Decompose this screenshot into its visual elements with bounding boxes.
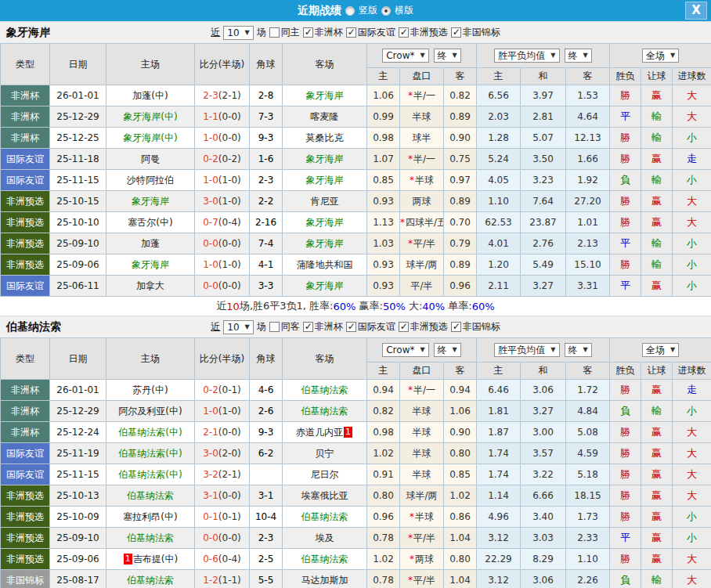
col-score: 比分(半场): [195, 338, 250, 380]
halftime-score: (0-4): [218, 554, 241, 565]
odds-home: 1.06: [367, 85, 400, 106]
league-filter-friendly[interactable]: 国际友谊: [346, 320, 395, 334]
score: 0-1(0-1): [195, 507, 250, 528]
asterisk-marker: *: [410, 175, 414, 186]
odds-home: 0.99: [367, 106, 400, 128]
away-team: 伯基纳法索: [283, 401, 367, 422]
mean-draw-odds: 8.29: [521, 549, 566, 570]
result-winloss: 勝: [610, 485, 641, 507]
home-team: 象牙海岸: [106, 191, 195, 212]
subcol-odds-away: 客: [444, 68, 477, 85]
odds-away: 0.96: [444, 276, 477, 297]
halftime-score: (0-0): [218, 427, 241, 438]
mean-draw-odds: 2.76: [521, 233, 566, 254]
league-filter-qualifier[interactable]: 非洲预选: [399, 320, 448, 334]
mean-home-odds: 1.74: [477, 443, 521, 464]
home-team: 塞舌尔(中): [106, 212, 195, 233]
match-date: 25-10-09: [50, 507, 106, 528]
odds-away: 0.90: [444, 422, 477, 443]
match-type-badge: 非洲预选: [1, 191, 50, 212]
result-goals: 大: [673, 570, 711, 588]
close-button[interactable]: X: [685, 2, 707, 20]
match-type-badge: 非国锦标: [1, 570, 50, 588]
fulltime-score: 0-0: [203, 280, 218, 291]
match-type-badge: 非洲预选: [1, 233, 50, 254]
odds-away: 0.80: [444, 549, 477, 570]
result-winloss: 勝: [610, 422, 641, 443]
mean-odds-select[interactable]: 胜平负均值▼: [494, 343, 559, 357]
mean-stage-select[interactable]: 终▼: [565, 343, 592, 357]
result-goals: 大: [673, 464, 711, 485]
result-handicap: 輸: [641, 106, 673, 128]
mean-odds-select[interactable]: 胜平负均值▼: [494, 49, 559, 63]
result-winloss: 勝: [610, 254, 641, 276]
home-team: 加蓬(中): [106, 85, 195, 106]
handicap: *平/半: [400, 528, 444, 549]
score: 0-0(0-0): [195, 233, 250, 254]
subcol-mean-away: 客: [566, 363, 610, 380]
result-winloss: 平: [610, 528, 641, 549]
near-link[interactable]: 近: [211, 26, 220, 39]
result-handicap: 赢: [641, 380, 673, 401]
away-team: 伯基纳法索: [283, 507, 367, 528]
league-filter-africa-cup[interactable]: 非洲杯: [303, 320, 343, 334]
league-filter-championship[interactable]: 非国锦标: [451, 320, 500, 334]
bookmaker-select[interactable]: Crow*▼: [382, 49, 428, 63]
corner-count: 2-3: [250, 528, 283, 549]
score: 0-0(0-0): [195, 276, 250, 297]
mean-away-odds: 1.73: [566, 507, 610, 528]
result-winloss: 平: [610, 233, 641, 254]
odds-home: 0.93: [367, 254, 400, 276]
odds-away: 1.04: [444, 528, 477, 549]
league-filter-qualifier[interactable]: 非洲预选: [399, 26, 448, 39]
horizontal-layout-radio[interactable]: [381, 6, 391, 16]
mean-home-odds: 5.24: [477, 149, 521, 170]
handicap: 球半/两: [400, 485, 444, 507]
team-name: 象牙海岸: [6, 26, 50, 40]
mean-away-odds: 1.01: [566, 212, 610, 233]
result-goals: 小: [673, 276, 711, 297]
odds-stage-select[interactable]: 终▼: [434, 343, 461, 357]
match-count-select[interactable]: 10▼: [223, 26, 253, 40]
result-handicap: 赢: [641, 464, 673, 485]
home-team: 1吉布提(中): [106, 549, 195, 570]
section-header-burkina-faso: 伯基纳法索 近 10▼ 场 同客 非洲杯 国际友谊 非洲预选 非国锦标: [0, 316, 711, 337]
match-count-select[interactable]: 10▼: [223, 320, 253, 334]
league-filter-championship[interactable]: 非国锦标: [451, 26, 500, 39]
summary-part: 赢率:: [356, 299, 383, 313]
away-team: 蒲隆地共和国: [283, 254, 367, 276]
mean-away-odds: 4.59: [566, 443, 610, 464]
home-team: 加拿大: [106, 276, 195, 297]
match-type-badge: 非洲预选: [1, 485, 50, 507]
vertical-layout-radio[interactable]: [345, 6, 355, 16]
mean-away-odds: 18.15: [566, 485, 610, 507]
asterisk-marker: *: [400, 217, 405, 228]
result-goals: 走: [673, 149, 711, 170]
match-type-badge: 国际友谊: [1, 464, 50, 485]
league-filter-africa-cup[interactable]: 非洲杯: [303, 26, 343, 39]
near-link[interactable]: 近: [211, 320, 220, 334]
match-scope-select[interactable]: 全场▼: [642, 49, 679, 63]
result-goals: 小: [673, 507, 711, 528]
handicap: 半球: [400, 401, 444, 422]
match-scope-select[interactable]: 全场▼: [642, 343, 679, 357]
score: 0-7(0-4): [195, 212, 250, 233]
fulltime-score: 1-1: [203, 111, 218, 122]
same-home-filter[interactable]: 同主: [269, 26, 300, 39]
away-team: 伯基纳法索: [283, 549, 367, 570]
fulltime-score: 0-2: [203, 153, 218, 164]
result-handicap: 赢: [641, 507, 673, 528]
league-filter-friendly[interactable]: 国际友谊: [346, 26, 395, 39]
fulltime-score: 1-0: [203, 132, 218, 143]
mean-stage-select[interactable]: 终▼: [565, 49, 592, 63]
mean-home-odds: 1.28: [477, 128, 521, 149]
summary-part: 场,胜6平3负1, 胜率:: [240, 299, 334, 313]
subcol-winloss: 胜负: [610, 68, 641, 85]
checkbox-checked-icon: [399, 322, 409, 332]
asterisk-marker: *: [408, 384, 413, 395]
same-away-filter[interactable]: 同客: [269, 320, 300, 334]
result-goals: 大: [673, 191, 711, 212]
odds-stage-select[interactable]: 终▼: [434, 49, 461, 63]
bookmaker-select[interactable]: Crow*▼: [382, 343, 428, 357]
result-handicap: 赢: [641, 422, 673, 443]
